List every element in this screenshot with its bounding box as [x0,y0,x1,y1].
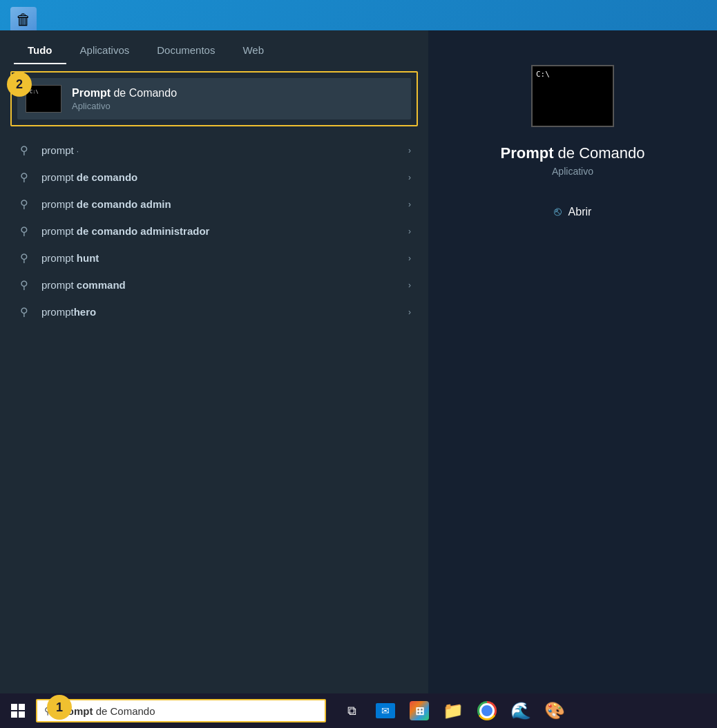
list-item[interactable]: ⚲ prompt command › [0,271,428,298]
chrome-icon [477,701,497,720]
chevron-right-icon: › [408,280,411,290]
recycle-bin-icon[interactable]: 🗑 [6,7,41,33]
open-button[interactable]: ⎋ Abrir [540,198,606,226]
edge-taskbar-icon[interactable]: 🌊 [506,693,536,728]
top-result-section: Prompt de Comando Aplicativo [10,71,418,126]
tab-aplicativos[interactable]: Aplicativos [66,37,144,64]
open-button-label: Abrir [568,206,592,218]
top-result-item[interactable]: Prompt de Comando Aplicativo [17,78,411,119]
edge-icon: 🌊 [510,701,531,720]
paint-icon: 🎨 [544,701,565,720]
search-tabs: Tudo Aplicativos Documentos Web [0,30,428,64]
top-result-text: Prompt de Comando Aplicativo [72,87,177,111]
list-item[interactable]: ⚲ prompt de comando admin › [0,191,428,218]
top-result-title: Prompt de Comando [72,87,177,99]
suggestions-list: ⚲ prompt · › ⚲ prompt de comando › ⚲ pro… [0,133,428,693]
chrome-taskbar-icon[interactable] [472,693,502,728]
chevron-right-icon: › [408,173,411,182]
search-icon: ⚲ [17,251,31,265]
suggestion-text: prompt hunt [41,252,398,264]
top-result-subtitle: Aplicativo [72,101,177,111]
chevron-right-icon: › [408,200,411,209]
paint-taskbar-icon[interactable]: 🎨 [539,693,570,728]
annotation-1: 1 [47,695,72,720]
cmd-app-icon [26,85,61,113]
start-button[interactable] [0,693,36,728]
suggestion-text: prompt command [41,279,398,291]
task-view-icon: ⧉ [347,704,356,718]
task-view-button[interactable]: ⧉ [336,693,367,728]
start-menu: Tudo Aplicativos Documentos Web Prompt d… [0,30,428,693]
taskbar: ⚲ Prompt de Comando ⧉ ✉ ⊞ 📁 [0,693,717,728]
chevron-right-icon: › [408,227,411,236]
app-detail-panel: Prompt de Comando Aplicativo ⎋ Abrir [428,30,717,693]
tab-web[interactable]: Web [229,37,278,64]
open-external-icon: ⎋ [554,204,562,219]
mail-taskbar-icon[interactable]: ✉ [370,693,401,728]
annotation-2: 2 [7,72,32,97]
suggestion-text: prompt de comando administrador [41,225,398,237]
app-detail-type: Aplicativo [552,166,593,177]
taskbar-search-bar[interactable]: ⚲ Prompt de Comando [36,699,326,722]
suggestion-text: prompt · [41,144,398,156]
chevron-right-icon: › [408,253,411,263]
chevron-right-icon: › [408,146,411,155]
list-item[interactable]: ⚲ prompt · › [0,137,428,164]
chevron-right-icon: › [408,307,411,317]
list-item[interactable]: ⚲ prompt de comando administrador › [0,218,428,245]
list-item[interactable]: ⚲ prompt hunt › [0,245,428,271]
tab-documentos[interactable]: Documentos [143,37,229,64]
suggestion-text: prompthero [41,306,398,318]
search-icon: ⚲ [17,224,31,238]
search-icon: ⚲ [17,171,31,184]
taskbar-icons: ⧉ ✉ ⊞ 📁 🌊 🎨 [336,693,570,728]
search-icon: ⚲ [17,305,31,318]
windows-logo-icon [11,704,25,718]
suggestion-text: prompt de comando [41,171,398,183]
search-icon: ⚲ [17,198,31,211]
file-explorer-taskbar-icon[interactable]: 📁 [438,693,468,728]
list-item[interactable]: ⚲ prompthero › [0,298,428,325]
store-taskbar-icon[interactable]: ⊞ [404,693,434,728]
desktop: 🗑 Tudo Aplicativos Documentos Web [0,0,717,728]
store-icon: ⊞ [410,701,429,720]
search-icon: ⚲ [17,278,31,291]
app-preview-icon [531,65,614,127]
list-item[interactable]: ⚲ prompt de comando › [0,164,428,191]
search-icon: ⚲ [17,144,31,157]
app-detail-name: Prompt de Comando [500,144,644,162]
tab-tudo[interactable]: Tudo [14,37,66,64]
mail-icon: ✉ [376,703,395,718]
suggestion-text: prompt de comando admin [41,198,398,210]
file-explorer-icon: 📁 [443,701,463,720]
